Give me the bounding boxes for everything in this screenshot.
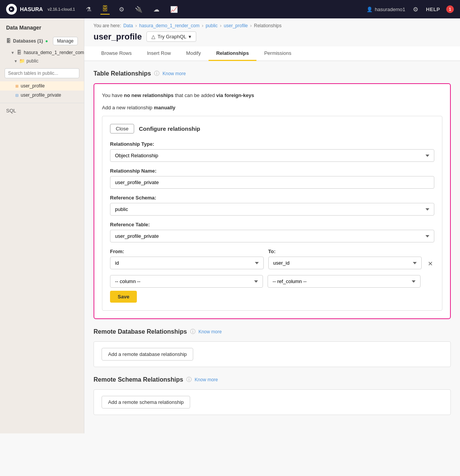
main-content: You are here: Data › hasura_demo_1_rende… <box>84 18 460 433</box>
to-label: To: <box>268 249 422 254</box>
manage-button[interactable]: Manage <box>53 37 78 45</box>
breadcrumb-current: Relationships <box>254 23 281 28</box>
schema-chevron-icon: ▼ <box>14 59 18 63</box>
relationship-name-input[interactable] <box>110 176 434 189</box>
nav-version: v2.16.1-cloud.1 <box>48 7 75 12</box>
relationship-box: You have no new relationships that can b… <box>94 83 451 319</box>
tab-modify[interactable]: Modify <box>179 46 209 61</box>
reference-table-select[interactable]: user_profile_private <box>110 230 434 242</box>
remote-schema-know-more[interactable]: Know more <box>195 377 218 382</box>
relationship-type-group: Relationship Type: Object Relationship A… <box>110 141 434 162</box>
tab-browse-rows[interactable]: Browse Rows <box>94 46 139 61</box>
chart-icon[interactable]: 📈 <box>169 4 179 15</box>
plugin-icon[interactable]: 🔌 <box>133 4 144 15</box>
configure-panel: Close Configure relationship Relationshi… <box>102 116 442 311</box>
relationship-name-label: Relationship Name: <box>110 168 434 174</box>
breadcrumb-sep-3: › <box>220 23 222 28</box>
manually-highlight: manually <box>154 105 175 110</box>
close-button[interactable]: Close <box>110 124 134 133</box>
nav-gear-icon[interactable]: ⚙ <box>411 4 420 15</box>
remote-db-title: Remote Database Relationships <box>94 328 187 335</box>
from-label: From: <box>110 249 264 254</box>
via-foreign-keys-highlight: via foreign-keys <box>216 92 254 98</box>
to-col: To: user_id <box>268 249 422 269</box>
to-column-select[interactable]: -- ref_column -- <box>268 275 421 288</box>
search-tables-input[interactable] <box>5 68 79 78</box>
nav-right: 👤 hasurademo1 ⚙ HELP 1 <box>366 4 454 15</box>
reference-schema-select[interactable]: public <box>110 203 434 216</box>
table-icon-orange: ⊞ <box>15 84 18 88</box>
add-manually-text: Add a new relationship manually <box>102 104 442 112</box>
sidebar-item-user-profile-private[interactable]: ⊟ user_profile_private <box>0 91 84 100</box>
remote-schema-info-icon[interactable]: ⓘ <box>186 376 192 383</box>
add-remote-db-button[interactable]: Add a remote database relationship <box>102 348 193 361</box>
remote-db-info-icon[interactable]: ⓘ <box>190 328 196 335</box>
tab-permissions[interactable]: Permissions <box>256 46 299 61</box>
remote-db-header: Remote Database Relationships ⓘ Know mor… <box>94 328 451 335</box>
tab-relationships[interactable]: Relationships <box>209 46 256 61</box>
remote-db-know-more[interactable]: Know more <box>199 329 222 334</box>
table-relationships-info-icon[interactable]: ⓘ <box>154 70 159 77</box>
table-relationships-title: Table Relationships <box>94 70 151 77</box>
cloud-icon[interactable]: ☁ <box>152 4 161 15</box>
sidebar-sql[interactable]: SQL <box>0 103 84 118</box>
no-new-relationships-highlight: no new relationships <box>124 92 173 98</box>
add-remote-schema-button[interactable]: Add a remote schema relationship <box>102 396 190 408</box>
no-new-relationships-text: You have no new relationships that can b… <box>102 92 442 99</box>
breadcrumb-data-link[interactable]: Data <box>123 23 133 28</box>
to-select[interactable]: user_id <box>268 257 422 269</box>
remote-schema-section: Remote Schema Relationships ⓘ Know more … <box>94 376 451 415</box>
notification-badge[interactable]: 1 <box>446 5 454 13</box>
try-graphql-button[interactable]: △ Try GraphQL ▾ <box>146 31 196 42</box>
sidebar-schema[interactable]: ▼ 📁 public <box>0 57 84 65</box>
reference-table-group: Reference Table: user_profile_private <box>110 222 434 242</box>
sidebar-item-user-profile[interactable]: ⊞ user_profile <box>0 81 84 91</box>
top-nav: HASURA v2.16.1-cloud.1 ⚗ 🗄 ⚙ 🔌 ☁ 📈 👤 has… <box>0 0 460 18</box>
reference-table-label: Reference Table: <box>110 222 434 227</box>
breadcrumb-table-link[interactable]: user_profile <box>224 23 248 28</box>
reference-schema-label: Reference Schema: <box>110 195 434 201</box>
nav-icons: ⚗ 🗄 ⚙ 🔌 ☁ 📈 <box>84 4 179 15</box>
relationship-type-select[interactable]: Object Relationship Array Relationship <box>110 149 434 162</box>
tabs: Browse Rows Insert Row Modify Relationsh… <box>84 46 460 61</box>
table-icon-blue: ⊟ <box>15 93 18 97</box>
save-button[interactable]: Save <box>110 291 137 303</box>
nav-logo-text: HASURA <box>20 6 43 12</box>
nav-help[interactable]: HELP <box>426 7 440 12</box>
hasura-logo-icon <box>6 4 17 15</box>
configure-header: Close Configure relationship <box>110 124 434 133</box>
remote-schema-title: Remote Schema Relationships <box>94 376 183 383</box>
database-icon[interactable]: 🗄 <box>100 4 110 15</box>
sidebar-search <box>5 68 79 78</box>
table-relationships-header: Table Relationships ⓘ Know more <box>94 70 451 77</box>
breadcrumb: You are here: Data › hasura_demo_1_rende… <box>84 18 460 30</box>
sidebar-table-label: user_profile <box>21 83 45 89</box>
folder-icon: 📁 <box>19 58 25 64</box>
configure-title: Configure relationship <box>139 125 200 132</box>
breadcrumb-db-link[interactable]: hasura_demo_1_render_com <box>139 23 199 28</box>
from-select[interactable]: id <box>110 257 264 269</box>
page-title: user_profile <box>94 32 142 42</box>
content-area: Table Relationships ⓘ Know more You have… <box>84 61 460 433</box>
db-icon-small: 🗄 <box>17 50 21 55</box>
nav-user[interactable]: 👤 hasurademo1 <box>366 7 406 12</box>
column-row: -- column -- -- ref_column -- <box>110 275 434 288</box>
from-column-select[interactable]: -- column -- <box>110 275 263 288</box>
flask-icon[interactable]: ⚗ <box>84 4 93 15</box>
remove-mapping-button[interactable]: ✕ <box>426 257 434 270</box>
data-manager-title: Data Manager <box>0 18 84 34</box>
databases-label: 🗄 Databases (1) ● <box>6 38 48 44</box>
breadcrumb-schema-link[interactable]: public <box>205 23 217 28</box>
relationship-type-label: Relationship Type: <box>110 141 434 147</box>
breadcrumb-data: You are here: <box>94 23 121 28</box>
from-col: From: id <box>110 249 264 269</box>
settings-cog-icon[interactable]: ⚙ <box>117 4 126 15</box>
tab-insert-row[interactable]: Insert Row <box>139 46 178 61</box>
remote-schema-box: Add a remote schema relationship <box>94 389 451 415</box>
sidebar-db-name[interactable]: ▼ 🗄 hasura_demo_1_render_com <box>0 48 84 57</box>
table-relationships-know-more[interactable]: Know more <box>163 71 186 76</box>
from-to-row: From: id To: user_id ✕ <box>110 249 434 270</box>
db-chevron-icon: ▼ <box>11 51 15 55</box>
db-icon: 🗄 <box>6 38 11 44</box>
breadcrumb-sep-2: › <box>202 23 203 28</box>
